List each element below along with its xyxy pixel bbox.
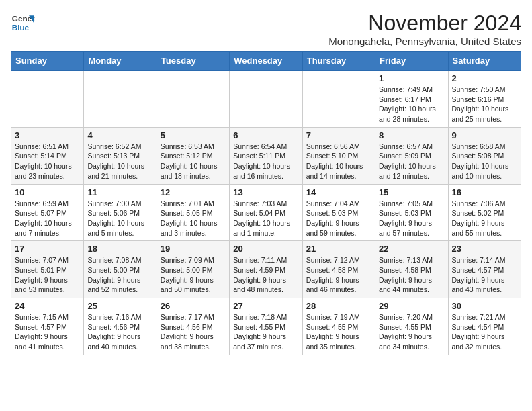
calendar-cell: 14Sunrise: 7:04 AM Sunset: 5:03 PM Dayli… — [302, 184, 375, 241]
calendar-cell — [84, 71, 157, 128]
day-info: Sunrise: 6:58 AM Sunset: 5:08 PM Dayligh… — [452, 142, 517, 181]
day-number: 25 — [87, 301, 152, 311]
calendar-cell: 13Sunrise: 7:03 AM Sunset: 5:04 PM Dayli… — [230, 184, 302, 241]
day-number: 20 — [233, 244, 298, 254]
header: General Blue November 2024 Monongahela, … — [11, 11, 521, 47]
day-info: Sunrise: 7:01 AM Sunset: 5:05 PM Dayligh… — [161, 199, 226, 238]
calendar-cell: 8Sunrise: 6:57 AM Sunset: 5:09 PM Daylig… — [375, 127, 448, 184]
day-info: Sunrise: 7:04 AM Sunset: 5:03 PM Dayligh… — [306, 199, 371, 238]
day-number: 8 — [379, 130, 444, 140]
calendar-cell: 7Sunrise: 6:56 AM Sunset: 5:10 PM Daylig… — [302, 127, 375, 184]
day-number: 9 — [452, 130, 517, 140]
day-number: 5 — [161, 130, 226, 140]
calendar-cell: 12Sunrise: 7:01 AM Sunset: 5:05 PM Dayli… — [157, 184, 229, 241]
calendar-week-row: 17Sunrise: 7:07 AM Sunset: 5:01 PM Dayli… — [11, 241, 521, 298]
day-info: Sunrise: 7:14 AM Sunset: 4:57 PM Dayligh… — [452, 255, 517, 295]
day-info: Sunrise: 7:21 AM Sunset: 4:54 PM Dayligh… — [452, 312, 517, 352]
calendar-cell — [230, 71, 302, 128]
day-info: Sunrise: 7:49 AM Sunset: 6:17 PM Dayligh… — [379, 85, 444, 124]
day-number: 26 — [161, 301, 226, 311]
day-info: Sunrise: 7:00 AM Sunset: 5:06 PM Dayligh… — [87, 199, 152, 238]
calendar-week-row: 3Sunrise: 6:51 AM Sunset: 5:14 PM Daylig… — [11, 127, 521, 184]
day-info: Sunrise: 7:16 AM Sunset: 4:56 PM Dayligh… — [87, 312, 152, 352]
day-info: Sunrise: 7:07 AM Sunset: 5:01 PM Dayligh… — [15, 255, 80, 295]
day-number: 4 — [87, 130, 152, 140]
day-number: 23 — [452, 244, 517, 254]
day-info: Sunrise: 7:08 AM Sunset: 5:00 PM Dayligh… — [87, 255, 152, 295]
calendar-cell: 28Sunrise: 7:19 AM Sunset: 4:55 PM Dayli… — [302, 298, 375, 355]
title-block: November 2024 Monongahela, Pennsylvania,… — [328, 11, 521, 47]
day-info: Sunrise: 7:03 AM Sunset: 5:04 PM Dayligh… — [233, 199, 298, 238]
day-number: 15 — [379, 187, 444, 197]
calendar-week-row: 24Sunrise: 7:15 AM Sunset: 4:57 PM Dayli… — [11, 298, 521, 355]
calendar-cell: 20Sunrise: 7:11 AM Sunset: 4:59 PM Dayli… — [230, 241, 302, 298]
day-number: 14 — [306, 187, 371, 197]
day-info: Sunrise: 7:17 AM Sunset: 4:56 PM Dayligh… — [161, 312, 226, 352]
day-number: 12 — [161, 187, 226, 197]
header-sunday: Sunday — [11, 52, 84, 71]
calendar-cell: 24Sunrise: 7:15 AM Sunset: 4:57 PM Dayli… — [11, 298, 84, 355]
calendar-cell: 16Sunrise: 7:06 AM Sunset: 5:02 PM Dayli… — [448, 184, 521, 241]
day-number: 18 — [87, 244, 152, 254]
calendar-week-row: 10Sunrise: 6:59 AM Sunset: 5:07 PM Dayli… — [11, 184, 521, 241]
day-number: 1 — [379, 73, 444, 83]
calendar-cell: 11Sunrise: 7:00 AM Sunset: 5:06 PM Dayli… — [84, 184, 157, 241]
calendar-cell: 15Sunrise: 7:05 AM Sunset: 5:03 PM Dayli… — [375, 184, 448, 241]
calendar-week-row: 1Sunrise: 7:49 AM Sunset: 6:17 PM Daylig… — [11, 71, 521, 128]
calendar-cell: 27Sunrise: 7:18 AM Sunset: 4:55 PM Dayli… — [230, 298, 302, 355]
day-info: Sunrise: 6:54 AM Sunset: 5:11 PM Dayligh… — [233, 142, 298, 181]
calendar-cell: 9Sunrise: 6:58 AM Sunset: 5:08 PM Daylig… — [448, 127, 521, 184]
logo-icon: General Blue — [11, 11, 35, 35]
calendar-cell: 2Sunrise: 7:50 AM Sunset: 6:16 PM Daylig… — [448, 71, 521, 128]
header-friday: Friday — [375, 52, 448, 71]
header-thursday: Thursday — [302, 52, 375, 71]
day-info: Sunrise: 7:05 AM Sunset: 5:03 PM Dayligh… — [379, 199, 444, 238]
calendar-cell: 22Sunrise: 7:13 AM Sunset: 4:58 PM Dayli… — [375, 241, 448, 298]
calendar-cell: 26Sunrise: 7:17 AM Sunset: 4:56 PM Dayli… — [157, 298, 229, 355]
calendar-cell: 21Sunrise: 7:12 AM Sunset: 4:58 PM Dayli… — [302, 241, 375, 298]
calendar-header-row: SundayMondayTuesdayWednesdayThursdayFrid… — [11, 52, 521, 71]
day-info: Sunrise: 7:09 AM Sunset: 5:00 PM Dayligh… — [161, 255, 226, 295]
calendar-cell — [302, 71, 375, 128]
day-number: 17 — [15, 244, 80, 254]
calendar-table: SundayMondayTuesdayWednesdayThursdayFrid… — [11, 51, 521, 355]
day-info: Sunrise: 7:06 AM Sunset: 5:02 PM Dayligh… — [452, 199, 517, 238]
calendar-cell: 5Sunrise: 6:53 AM Sunset: 5:12 PM Daylig… — [157, 127, 229, 184]
day-number: 27 — [233, 301, 298, 311]
header-monday: Monday — [84, 52, 157, 71]
day-info: Sunrise: 7:19 AM Sunset: 4:55 PM Dayligh… — [306, 312, 371, 352]
day-info: Sunrise: 6:53 AM Sunset: 5:12 PM Dayligh… — [161, 142, 226, 181]
day-number: 19 — [161, 244, 226, 254]
day-number: 22 — [379, 244, 444, 254]
calendar-cell — [157, 71, 229, 128]
location-title: Monongahela, Pennsylvania, United States — [328, 36, 521, 47]
header-wednesday: Wednesday — [230, 52, 302, 71]
day-info: Sunrise: 7:15 AM Sunset: 4:57 PM Dayligh… — [15, 312, 80, 352]
day-info: Sunrise: 6:52 AM Sunset: 5:13 PM Dayligh… — [87, 142, 152, 181]
day-info: Sunrise: 6:56 AM Sunset: 5:10 PM Dayligh… — [306, 142, 371, 181]
day-number: 24 — [15, 301, 80, 311]
day-number: 13 — [233, 187, 298, 197]
calendar-cell: 23Sunrise: 7:14 AM Sunset: 4:57 PM Dayli… — [448, 241, 521, 298]
calendar-cell — [11, 71, 84, 128]
day-info: Sunrise: 7:18 AM Sunset: 4:55 PM Dayligh… — [233, 312, 298, 352]
calendar-cell: 10Sunrise: 6:59 AM Sunset: 5:07 PM Dayli… — [11, 184, 84, 241]
calendar-cell: 30Sunrise: 7:21 AM Sunset: 4:54 PM Dayli… — [448, 298, 521, 355]
month-title: November 2024 — [328, 11, 521, 36]
calendar-cell: 17Sunrise: 7:07 AM Sunset: 5:01 PM Dayli… — [11, 241, 84, 298]
day-number: 6 — [233, 130, 298, 140]
day-number: 30 — [452, 301, 517, 311]
day-info: Sunrise: 7:12 AM Sunset: 4:58 PM Dayligh… — [306, 255, 371, 295]
day-info: Sunrise: 7:11 AM Sunset: 4:59 PM Dayligh… — [233, 255, 298, 295]
day-number: 7 — [306, 130, 371, 140]
calendar-cell: 25Sunrise: 7:16 AM Sunset: 4:56 PM Dayli… — [84, 298, 157, 355]
calendar-cell: 3Sunrise: 6:51 AM Sunset: 5:14 PM Daylig… — [11, 127, 84, 184]
day-number: 28 — [306, 301, 371, 311]
day-number: 29 — [379, 301, 444, 311]
svg-text:Blue: Blue — [12, 23, 30, 32]
header-tuesday: Tuesday — [157, 52, 229, 71]
day-number: 3 — [15, 130, 80, 140]
day-number: 16 — [452, 187, 517, 197]
day-info: Sunrise: 7:50 AM Sunset: 6:16 PM Dayligh… — [452, 85, 517, 124]
logo: General Blue — [11, 11, 35, 35]
